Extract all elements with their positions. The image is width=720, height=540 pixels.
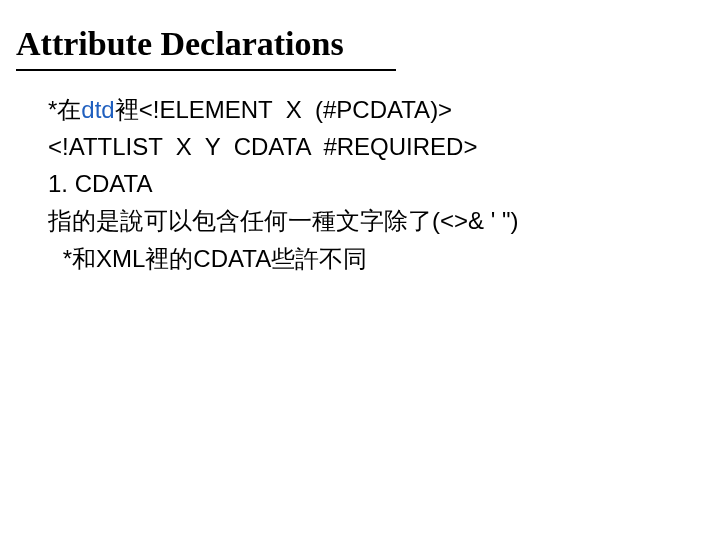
line-1: *在dtd裡<!ELEMENT X (#PCDATA)> bbox=[48, 91, 704, 128]
line-4: 指的是說可以包含任何一種文字除了(<>& ' ") bbox=[48, 202, 704, 239]
line-1-prefix: *在 bbox=[48, 96, 81, 123]
page-title: Attribute Declarations bbox=[16, 24, 704, 65]
line-2: <!ATTLIST X Y CDATA #REQUIRED> bbox=[48, 128, 704, 165]
line-5: *和XML裡的CDATA些許不同 bbox=[48, 240, 704, 277]
title-underline bbox=[16, 69, 396, 71]
title-wrap: Attribute Declarations bbox=[16, 24, 704, 71]
line-1-suffix: 裡<!ELEMENT X (#PCDATA)> bbox=[115, 96, 452, 123]
dtd-keyword: dtd bbox=[81, 96, 114, 123]
line-3: 1. CDATA bbox=[48, 165, 704, 202]
slide: Attribute Declarations *在dtd裡<!ELEMENT X… bbox=[0, 0, 720, 540]
body-text: *在dtd裡<!ELEMENT X (#PCDATA)> <!ATTLIST X… bbox=[16, 91, 704, 277]
